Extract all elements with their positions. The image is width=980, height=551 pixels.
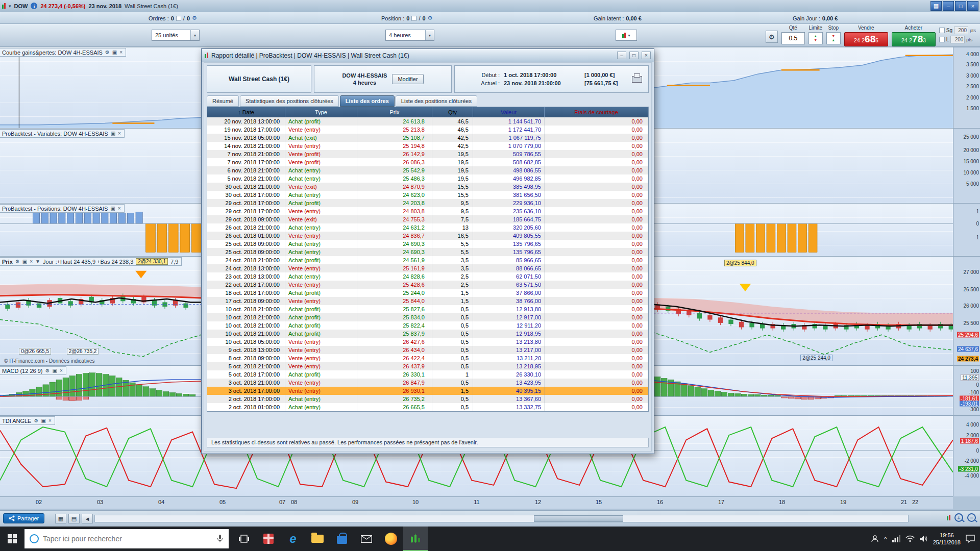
chart-mode-icon[interactable] — [947, 515, 950, 520]
app-firefox[interactable] — [379, 527, 403, 551]
variables-panel-title[interactable]: ProBacktest - Variables: DOW 4H-ESSAIS ▣… — [0, 129, 125, 138]
start-button[interactable] — [0, 527, 24, 551]
close-panel-icon[interactable]: × — [118, 206, 121, 211]
pin-icon[interactable]: ▼ — [35, 259, 40, 264]
instrument-symbol[interactable]: DOW — [14, 3, 28, 9]
report-tab-2[interactable]: Statistiques des positions clôturées — [240, 95, 339, 107]
horizontal-scrollbar[interactable] — [94, 515, 909, 522]
order-row-31[interactable]: 5 oct. 2018 21:00:00Vente (entry)26 437,… — [207, 362, 648, 370]
units-dropdown-arrow[interactable]: ▾ — [190, 30, 199, 40]
column-header-frais[interactable]: Frais de courtage — [545, 107, 648, 117]
column-header-prix[interactable]: Prix — [357, 107, 432, 117]
close-panel-icon[interactable]: × — [60, 368, 63, 373]
order-row-7[interactable]: 6 nov. 2018 21:00:00Achat (entry)25 542,… — [207, 166, 648, 174]
dialog-maximize-button[interactable]: □ — [629, 52, 639, 59]
order-row-4[interactable]: 14 nov. 2018 21:00:00Vente (entry)25 194… — [207, 142, 648, 150]
order-row-28[interactable]: 10 oct. 2018 05:00:00Vente (entry)26 427… — [207, 338, 648, 346]
taskbar-clock[interactable]: 19:56 25/11/2018 — [933, 532, 961, 546]
positions-panel-title[interactable]: ProBacktest - Positions: DOW 4H-ESSAIS ▣… — [0, 204, 125, 213]
orders-settings-icon[interactable]: ⚙ — [192, 15, 197, 21]
tdi-panel-title[interactable]: TDI ANGLE ⚙ ▣ × — [0, 416, 55, 425]
minimize-button[interactable]: – — [943, 1, 954, 11]
timeframe-select[interactable]: 4 heures ▾ — [385, 30, 434, 41]
sell-button[interactable]: 24 2685 — [844, 32, 888, 46]
app-edge[interactable]: e — [281, 527, 305, 551]
dialog-minimize-button[interactable]: – — [617, 52, 626, 59]
stop-order-button[interactable]: ▼▲ — [826, 32, 841, 44]
popout-icon[interactable]: ▣ — [22, 259, 27, 264]
column-header-qty[interactable]: Qty — [432, 107, 473, 117]
app-prorealtime[interactable] — [403, 527, 428, 551]
popout-icon[interactable]: ▣ — [41, 418, 45, 423]
zoom-out-icon[interactable]: − — [967, 513, 976, 522]
wrench-icon[interactable]: ⚙ — [15, 259, 20, 264]
order-row-33[interactable]: 3 oct. 2018 21:00:00Vente (entry)26 847,… — [207, 379, 648, 387]
orders-cancel-icon[interactable] — [176, 16, 181, 21]
order-row-27[interactable]: 10 oct. 2018 21:00:00Achat (profit)25 83… — [207, 330, 648, 338]
order-row-34[interactable]: 3 oct. 2018 17:00:00Vente (entry)26 930,… — [207, 387, 648, 395]
order-row-18[interactable]: 24 oct. 2018 21:00:00Achat (profit)24 56… — [207, 256, 648, 264]
wrench-icon[interactable]: ⚙ — [34, 418, 38, 423]
order-row-10[interactable]: 30 oct. 2018 17:00:00Achat (entry)24 623… — [207, 191, 648, 199]
sg-checkbox[interactable] — [939, 28, 945, 33]
print-icon[interactable] — [632, 76, 642, 83]
close-panel-icon[interactable]: × — [48, 418, 52, 423]
app-gift[interactable] — [256, 527, 281, 551]
order-row-15[interactable]: 26 oct. 2018 01:00:00Vente (entry)24 836… — [207, 232, 648, 240]
wrench-icon[interactable]: ⚙ — [105, 49, 110, 55]
volume-icon[interactable] — [920, 535, 928, 542]
order-row-14[interactable]: 26 oct. 2018 21:00:00Achat (entry)24 631… — [207, 223, 648, 232]
order-row-6[interactable]: 7 nov. 2018 17:00:00Vente (profit)26 086… — [207, 158, 648, 166]
workspace-grid-button[interactable]: ▦ — [930, 1, 942, 11]
layout-rows-button[interactable]: ▤ — [68, 514, 80, 523]
l-value[interactable]: 200 — [950, 36, 965, 43]
wifi-icon[interactable] — [905, 535, 915, 542]
position-close-icon[interactable] — [411, 16, 416, 21]
popout-icon[interactable]: ▣ — [112, 49, 117, 55]
order-row-16[interactable]: 25 oct. 2018 09:00:00Achat (entry)24 690… — [207, 240, 648, 248]
app-store[interactable] — [330, 527, 354, 551]
scrollbar-thumb[interactable] — [534, 515, 623, 522]
order-row-8[interactable]: 5 nov. 2018 21:00:00Achat (entry)25 486,… — [207, 174, 648, 183]
order-row-2[interactable]: 19 nov. 2018 17:00:00Vente (entry)25 213… — [207, 126, 648, 134]
network-icon[interactable] — [892, 535, 900, 542]
dialog-titlebar[interactable]: Rapport détaillé | ProBacktest | DOW 4H-… — [202, 49, 654, 62]
order-row-13[interactable]: 29 oct. 2018 09:00:00Vente (exit)24 755,… — [207, 215, 648, 223]
position-settings-icon[interactable]: ⚙ — [428, 15, 433, 21]
column-header-date[interactable]: ↑ Date — [207, 107, 285, 117]
instrument-dropdown-caret[interactable]: ▾ — [9, 4, 11, 9]
popout-icon[interactable]: ▣ — [52, 368, 57, 373]
macd-panel-title[interactable]: MACD (12 26 9) ⚙ ▣ × — [0, 366, 66, 375]
zoom-in-icon[interactable]: + — [954, 513, 963, 522]
order-row-11[interactable]: 29 oct. 2018 17:00:00Achat (profit)24 20… — [207, 199, 648, 207]
order-row-30[interactable]: 8 oct. 2018 09:00:00Vente (entry)26 422,… — [207, 354, 648, 362]
close-panel-icon[interactable]: × — [119, 49, 122, 55]
modify-button[interactable]: Modifier — [392, 74, 423, 84]
timeframe-dropdown-arrow[interactable]: ▾ — [425, 30, 434, 40]
price-panel-title[interactable]: Prix ⚙ ▣ × ▼ Jour :+Haut 24 435,9 +Bas 2… — [0, 257, 182, 266]
chart-style-button[interactable]: ▾ — [616, 30, 637, 41]
report-tab-4[interactable]: Liste des positions clôturées — [396, 95, 477, 107]
maximize-button[interactable]: □ — [955, 1, 966, 11]
qty-input[interactable] — [781, 32, 805, 44]
action-center-icon[interactable] — [966, 535, 975, 543]
report-tab-3[interactable]: Liste des ordres — [340, 95, 395, 107]
order-row-3[interactable]: 15 nov. 2018 05:00:00Achat (exit)25 108,… — [207, 134, 648, 142]
order-row-24[interactable]: 10 oct. 2018 21:00:00Achat (profit)25 82… — [207, 305, 648, 313]
wrench-icon[interactable]: ⚙ — [45, 368, 50, 373]
order-settings-button[interactable]: ⚙ — [766, 31, 778, 43]
scroll-left-button[interactable]: ◄ — [82, 514, 93, 523]
order-row-20[interactable]: 23 oct. 2018 13:00:00Achat (entry)24 828… — [207, 272, 648, 281]
info-icon[interactable]: i — [31, 3, 37, 9]
order-row-5[interactable]: 7 nov. 2018 21:00:00Vente (profit)26 142… — [207, 150, 648, 158]
order-row-36[interactable]: 2 oct. 2018 01:00:00Achat (entry)26 665,… — [207, 403, 648, 411]
buy-button[interactable]: 24 2783 — [892, 32, 936, 46]
order-row-23[interactable]: 17 oct. 2018 09:00:00Vente (entry)25 844… — [207, 297, 648, 305]
order-row-1[interactable]: 20 nov. 2018 13:00:00Achat (profit)24 61… — [207, 117, 648, 126]
order-row-29[interactable]: 9 oct. 2018 13:00:00Vente (entry)26 434,… — [207, 346, 648, 354]
column-header-val[interactable]: Valeur — [473, 107, 545, 117]
order-row-21[interactable]: 22 oct. 2018 17:00:00Vente (entry)25 428… — [207, 281, 648, 289]
order-row-35[interactable]: 2 oct. 2018 17:00:00Achat (entry)26 735,… — [207, 395, 648, 403]
report-tab-1[interactable]: Résumé — [207, 95, 239, 107]
search-input[interactable] — [43, 535, 212, 543]
